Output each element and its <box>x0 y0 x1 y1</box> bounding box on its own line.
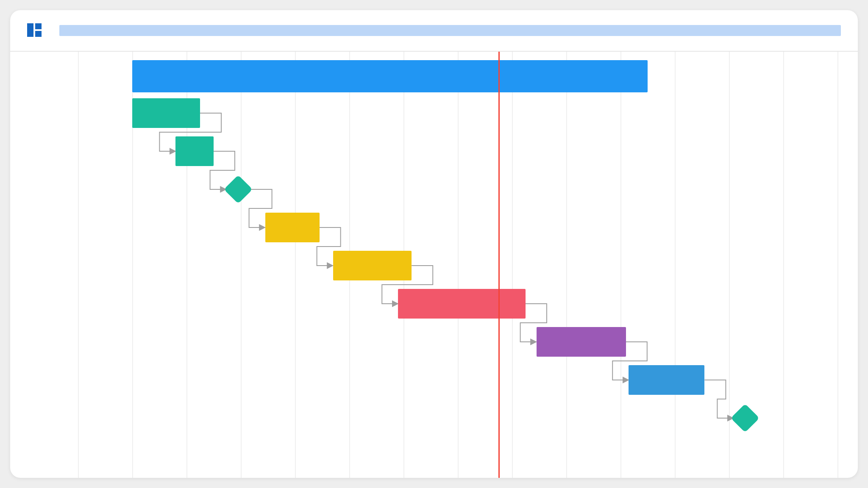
gantt-task-bar[interactable] <box>265 213 320 242</box>
title-placeholder <box>59 25 841 36</box>
gridline <box>620 52 621 478</box>
gridline <box>837 52 838 478</box>
gridline <box>78 52 79 478</box>
gridline <box>783 52 784 478</box>
gridline <box>295 52 296 478</box>
gantt-chart[interactable] <box>10 52 858 478</box>
gantt-summary-bar[interactable] <box>132 60 648 92</box>
header-bar <box>10 10 858 52</box>
gantt-task-bar[interactable] <box>398 289 526 319</box>
app-logo-icon <box>27 23 42 38</box>
gantt-task-bar[interactable] <box>333 251 412 280</box>
gantt-milestone[interactable] <box>224 175 253 204</box>
gantt-task-bar[interactable] <box>175 136 214 166</box>
gridline <box>458 52 459 478</box>
gantt-milestone[interactable] <box>731 404 760 433</box>
app-window <box>10 10 858 478</box>
gridline <box>512 52 513 478</box>
gridline <box>675 52 676 478</box>
today-line <box>498 52 500 478</box>
gridline <box>729 52 730 478</box>
gantt-task-bar[interactable] <box>132 98 200 128</box>
gantt-task-bar[interactable] <box>537 327 626 357</box>
gridline <box>241 52 242 478</box>
gridline <box>566 52 567 478</box>
gantt-task-bar[interactable] <box>629 365 704 395</box>
